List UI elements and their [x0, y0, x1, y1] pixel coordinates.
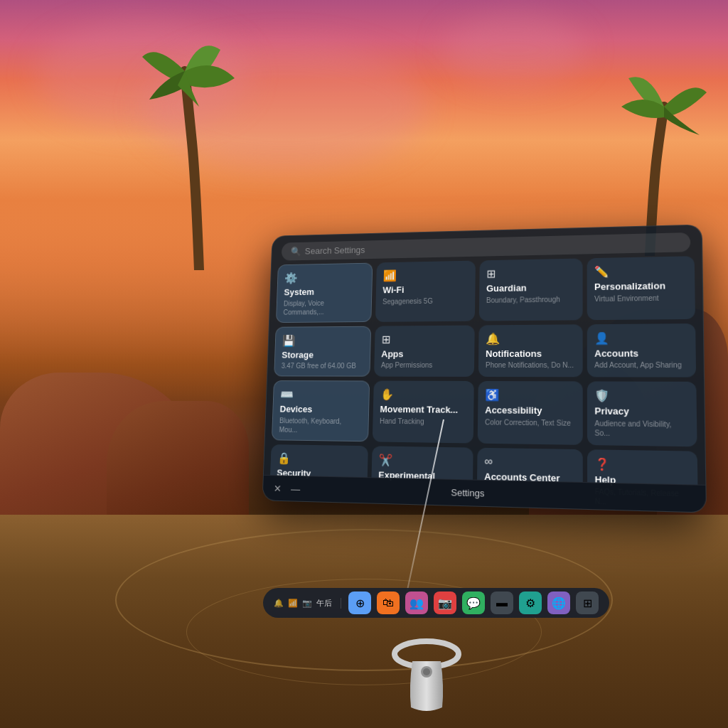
taskbar-app-5[interactable]: 💬	[462, 592, 485, 614]
settings-item-privacy[interactable]: 🛡️ Privacy Audience and Visibility, So..…	[587, 382, 697, 447]
taskbar-app-8[interactable]: 🌐	[547, 592, 570, 614]
movement-subtitle: Hand Tracking	[380, 417, 466, 427]
privacy-icon: 🛡️	[594, 389, 689, 403]
settings-item-apps[interactable]: ⊞ Apps App Permissions	[374, 325, 475, 377]
meta-icon: ∞	[484, 455, 575, 470]
taskbar-app-1[interactable]: ⊕	[348, 592, 371, 614]
bell-icon: 🔔	[274, 599, 284, 608]
settings-item-devices[interactable]: ⌨️ Devices Bluetooth, Keyboard, Mou...	[272, 380, 370, 441]
taskbar-app-4[interactable]: 📷	[434, 592, 456, 614]
taskbar-app-3[interactable]: 👥	[405, 592, 428, 614]
camera-icon: 📷	[302, 599, 312, 608]
search-input-wrap[interactable]: 🔍 Search Settings	[282, 232, 691, 261]
accounts-title: Accounts	[594, 348, 688, 359]
settings-item-movement[interactable]: ✋ Movement Track... Hand Tracking	[373, 381, 474, 444]
time-display: 午后	[316, 598, 332, 609]
close-button[interactable]: ✕	[274, 483, 282, 494]
palm-tree-left	[142, 36, 256, 270]
system-title: System	[284, 286, 365, 298]
system-subtitle: Display, Voice Commands,...	[283, 298, 364, 316]
help-icon: ❓	[594, 457, 690, 473]
accounts-subtitle: Add Account, App Sharing	[594, 360, 688, 370]
personalization-title: Personalization	[594, 280, 687, 293]
taskbar-app-7[interactable]: ⚙	[519, 592, 542, 614]
settings-item-notifications[interactable]: 🔔 Notifications Phone Notifications, Do …	[478, 324, 583, 378]
taskbar-app-2[interactable]: 🛍	[377, 592, 400, 614]
apps-icon: ⊞	[382, 332, 468, 346]
devices-subtitle: Bluetooth, Keyboard, Mou...	[279, 416, 361, 435]
notifications-icon: 🔔	[486, 331, 575, 346]
minimize-button[interactable]: —	[291, 483, 301, 494]
bottom-bar-controls: ✕ —	[274, 483, 301, 495]
settings-item-storage[interactable]: 💾 Storage 3.47 GB free of 64.00 GB	[274, 326, 371, 377]
accounts-icon: 👤	[594, 331, 688, 345]
ground	[0, 515, 728, 728]
wifi-icon: 📶	[383, 267, 469, 282]
movement-title: Movement Track...	[380, 404, 466, 416]
apps-title: Apps	[381, 348, 467, 360]
cloud-3	[444, 14, 586, 85]
security-icon: 🔒	[277, 451, 361, 466]
search-icon: 🔍	[291, 246, 301, 256]
wifi-status-icon: 📶	[288, 599, 298, 608]
settings-grid: ⚙️ System Display, Voice Commands,... 📶 …	[262, 256, 706, 513]
personalization-subtitle: Virtual Environment	[594, 293, 687, 304]
devices-icon: ⌨️	[280, 388, 362, 402]
experimental-icon: ✂️	[379, 453, 466, 468]
accessibility-subtitle: Color Correction, Text Size	[485, 417, 575, 428]
guardian-title: Guardian	[486, 282, 575, 294]
guardian-icon: ⊞	[486, 266, 575, 281]
notifications-title: Notifications	[486, 348, 575, 359]
wifi-subtitle: Segagenesis 5G	[382, 296, 469, 306]
taskbar-app-9[interactable]: ⊞	[576, 592, 599, 614]
settings-item-personalization[interactable]: ✏️ Personalization Virtual Environment	[587, 256, 695, 320]
settings-item-guardian[interactable]: ⊞ Guardian Boundary, Passthrough	[479, 258, 583, 321]
vr-controller	[387, 629, 466, 724]
settings-item-accounts[interactable]: 👤 Accounts Add Account, App Sharing	[587, 323, 696, 378]
personalization-icon: ✏️	[594, 263, 687, 278]
bottom-bar-spacer	[647, 498, 693, 499]
storage-icon: 💾	[282, 333, 364, 347]
taskbar: 🔔 📶 📷 午后 ⊕ 🛍 👥 📷 💬 ▬ ⚙ 🌐 ⊞	[263, 588, 609, 618]
settings-item-system[interactable]: ⚙️ System Display, Voice Commands,...	[276, 263, 373, 323]
notifications-subtitle: Phone Notifications, Do N...	[486, 360, 575, 370]
guardian-subtitle: Boundary, Passthrough	[486, 294, 575, 305]
movement-icon: ✋	[380, 388, 467, 402]
storage-subtitle: 3.47 GB free of 64.00 GB	[282, 361, 363, 370]
wifi-title: Wi-Fi	[382, 284, 468, 296]
svg-point-2	[423, 668, 430, 675]
settings-item-wifi[interactable]: 📶 Wi-Fi Segagenesis 5G	[375, 261, 476, 322]
system-icon: ⚙️	[284, 270, 365, 284]
privacy-subtitle: Audience and Visibility, So...	[594, 419, 689, 439]
settings-item-accessibility[interactable]: ♿ Accessibility Color Correction, Text S…	[478, 381, 583, 445]
privacy-title: Privacy	[594, 406, 689, 418]
taskbar-status: 🔔 📶 📷 午后	[274, 598, 341, 609]
devices-title: Devices	[279, 404, 362, 415]
taskbar-apps: ⊕ 🛍 👥 📷 💬 ▬ ⚙ 🌐 ⊞	[348, 592, 599, 614]
panel-title: Settings	[451, 487, 484, 499]
taskbar-app-6[interactable]: ▬	[491, 592, 513, 614]
search-placeholder: Search Settings	[305, 245, 365, 256]
settings-panel: 🔍 Search Settings ⚙️ System Display, Voi…	[262, 224, 707, 513]
accessibility-title: Accessibility	[485, 405, 575, 417]
accessibility-icon: ♿	[485, 388, 575, 402]
apps-subtitle: App Permissions	[381, 360, 467, 370]
storage-title: Storage	[282, 349, 363, 360]
